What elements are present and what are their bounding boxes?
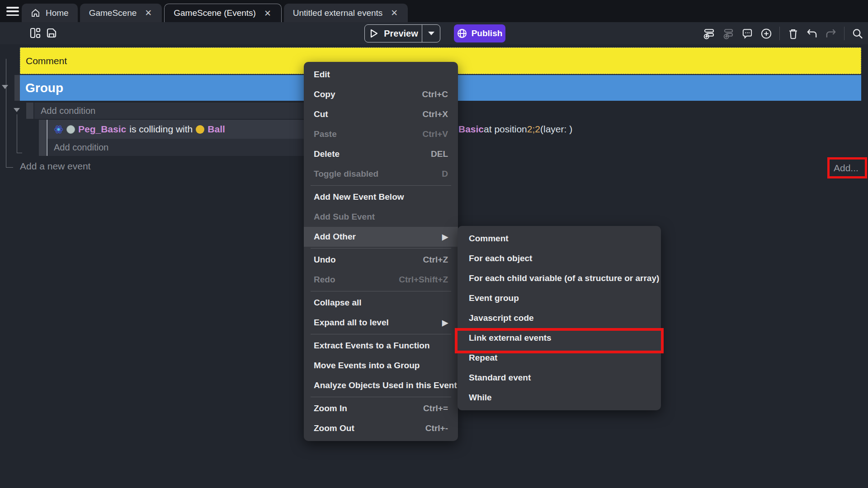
tabs: Home GameScene ✕ GameScene (Events) ✕ Un… xyxy=(22,4,408,22)
tree-line xyxy=(6,167,13,168)
menu-item-undo[interactable]: Undo Ctrl+Z xyxy=(304,250,458,270)
menu-item-label: Move Events into a Group xyxy=(314,361,420,371)
main-menu-icon[interactable] xyxy=(5,6,20,17)
menu-item-add-other[interactable]: Add Other ▶ xyxy=(304,227,458,247)
menu-item-comment[interactable]: Comment xyxy=(458,229,661,249)
action-row-fragment[interactable]: Basic at position 2;2 (layer: ) xyxy=(458,120,572,139)
menu-item-label: Copy xyxy=(314,89,335,99)
tab-gamescene[interactable]: GameScene ✕ xyxy=(80,4,162,22)
menu-item-shortcut: Ctrl+= xyxy=(423,404,448,413)
menu-divider xyxy=(311,185,451,186)
panels-icon[interactable] xyxy=(29,27,42,39)
tab-bar: Home GameScene ✕ GameScene (Events) ✕ Un… xyxy=(0,0,868,22)
close-icon[interactable]: ✕ xyxy=(144,8,153,18)
menu-item-shortcut: Ctrl+Shift+Z xyxy=(399,275,448,285)
menu-item-extract-events-to-a-function[interactable]: Extract Events to a Function xyxy=(304,336,458,356)
home-icon xyxy=(31,8,40,18)
comment-text: Comment xyxy=(26,56,67,66)
menu-item-add-new-event-below[interactable]: Add New Event Below xyxy=(304,187,458,207)
menu-item-add-sub-event[interactable]: Add Sub Event xyxy=(304,207,458,227)
link-external-events-annotation-box xyxy=(455,328,664,353)
menu-item-zoom-in[interactable]: Zoom In Ctrl+= xyxy=(304,399,458,418)
tab-label: Home xyxy=(46,8,69,18)
menu-item-copy[interactable]: Copy Ctrl+C xyxy=(304,84,458,104)
toolbar-divider xyxy=(844,27,844,40)
menu-item-label: Javascript code xyxy=(469,313,534,323)
preview-button[interactable]: Preview xyxy=(365,25,422,42)
menu-item-shortcut: Ctrl+- xyxy=(425,423,448,433)
add-condition-link-1[interactable]: Add condition xyxy=(34,103,316,119)
add-link[interactable]: Add... xyxy=(834,163,859,174)
menu-item-for-each-object[interactable]: For each object xyxy=(458,249,661,268)
collapse-arrow-event[interactable] xyxy=(14,108,20,112)
condition-row[interactable]: Peg_Basic is colliding with Ball xyxy=(47,120,316,139)
menu-item-label: Expand all to level xyxy=(314,318,389,328)
menu-item-while[interactable]: While xyxy=(458,388,661,408)
submenu-arrow-icon: ▶ xyxy=(442,232,448,242)
add-comment-icon[interactable] xyxy=(741,28,753,39)
menu-item-shortcut: Ctrl+X xyxy=(423,109,448,119)
menu-item-analyze-objects-used-in-this-event[interactable]: Analyze Objects Used in this Event xyxy=(304,375,458,395)
add-subevent-icon[interactable] xyxy=(722,28,734,39)
menu-item-for-each-child-variable-of-a-structure-or-array-[interactable]: For each child variable (of a structure … xyxy=(458,268,661,288)
menu-item-label: Cut xyxy=(314,109,328,119)
undo-icon[interactable] xyxy=(806,28,818,39)
menu-item-label: Toggle disabled xyxy=(314,169,378,179)
redo-icon[interactable] xyxy=(825,28,837,39)
menu-item-collapse-all[interactable]: Collapse all xyxy=(304,293,458,313)
condition-object-1: Peg_Basic xyxy=(78,124,126,135)
close-icon[interactable]: ✕ xyxy=(263,8,272,19)
add-new-event-link[interactable]: Add a new event xyxy=(20,161,90,172)
menu-item-label: Add Sub Event xyxy=(314,212,375,222)
menu-item-expand-all-to-level[interactable]: Expand all to level ▶ xyxy=(304,313,458,333)
menu-item-label: Repeat xyxy=(469,353,497,363)
menu-item-event-group[interactable]: Event group xyxy=(458,288,661,308)
tree-line xyxy=(17,153,22,153)
search-icon[interactable] xyxy=(852,28,863,39)
toolbar-divider xyxy=(779,27,780,40)
tab-home[interactable]: Home xyxy=(22,4,78,22)
menu-item-label: Redo xyxy=(314,275,335,285)
tree-line xyxy=(6,59,6,168)
condition-text: is colliding with xyxy=(129,124,193,135)
menu-divider xyxy=(311,397,451,397)
close-icon[interactable]: ✕ xyxy=(390,8,399,18)
menu-item-paste[interactable]: Paste Ctrl+V xyxy=(304,124,458,144)
menu-item-label: Edit xyxy=(314,70,330,80)
add-event-icon[interactable] xyxy=(703,28,715,39)
menu-item-redo[interactable]: Redo Ctrl+Shift+Z xyxy=(304,270,458,290)
preview-options-button[interactable] xyxy=(422,25,440,42)
tab-gamescene-events-[interactable]: GameScene (Events) ✕ xyxy=(164,4,282,22)
menu-item-shortcut: DEL xyxy=(431,149,448,159)
menu-item-label: For each object xyxy=(469,253,532,263)
menu-divider xyxy=(311,248,451,249)
toolbar: Preview Publish xyxy=(0,22,868,44)
menu-divider xyxy=(311,334,451,334)
add-condition-link-2[interactable]: Add condition xyxy=(47,139,316,156)
menu-item-label: Zoom In xyxy=(314,404,347,413)
trash-icon[interactable] xyxy=(787,28,799,39)
tab-untitled-external-events[interactable]: Untitled external events ✕ xyxy=(284,4,408,22)
menu-item-label: Zoom Out xyxy=(314,423,354,433)
publish-label: Publish xyxy=(472,28,503,38)
peg-object-icon xyxy=(66,125,75,134)
collapse-arrow-group[interactable] xyxy=(2,85,8,89)
menu-item-label: Undo xyxy=(314,255,336,265)
menu-item-cut[interactable]: Cut Ctrl+X xyxy=(304,104,458,124)
add-circle-icon[interactable] xyxy=(760,28,772,39)
menu-item-zoom-out[interactable]: Zoom Out Ctrl+- xyxy=(304,418,458,438)
event-drag-handle[interactable] xyxy=(26,103,33,119)
menu-item-standard-event[interactable]: Standard event xyxy=(458,368,661,388)
menu-item-label: Add Other xyxy=(314,232,356,242)
tab-label: GameScene xyxy=(89,8,137,18)
menu-item-edit[interactable]: Edit xyxy=(304,65,458,84)
menu-item-javascript-code[interactable]: Javascript code xyxy=(458,308,661,328)
publish-button[interactable]: Publish xyxy=(454,24,505,42)
menu-item-move-events-into-a-group[interactable]: Move Events into a Group xyxy=(304,356,458,375)
subevent-drag-handle[interactable] xyxy=(39,120,46,156)
menu-item-delete[interactable]: Delete DEL xyxy=(304,144,458,164)
menu-item-toggle-disabled[interactable]: Toggle disabled D xyxy=(304,164,458,184)
tree-line xyxy=(17,114,17,153)
save-icon[interactable] xyxy=(45,27,58,39)
menu-item-label: Comment xyxy=(469,234,509,244)
